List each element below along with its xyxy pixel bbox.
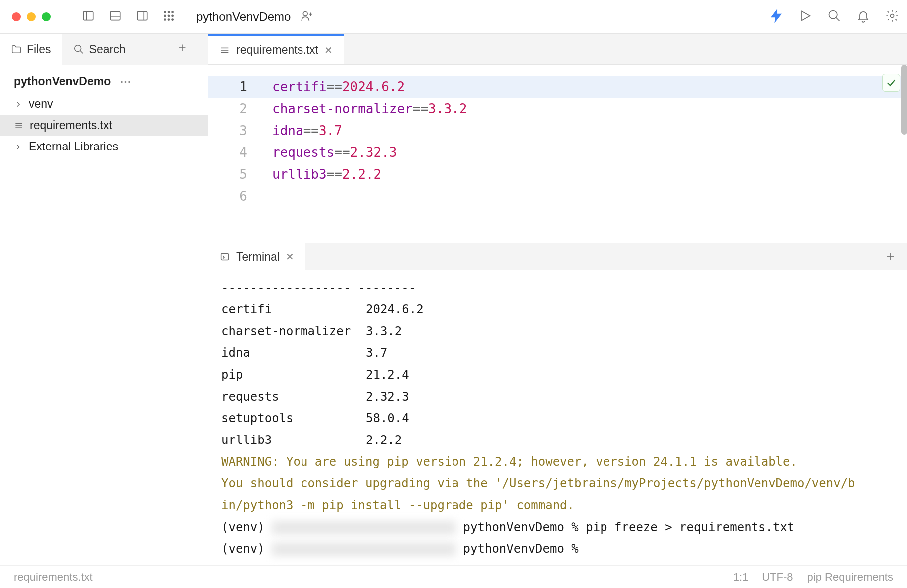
code-line[interactable]: requests==2.32.3 — [262, 142, 907, 163]
svg-point-19 — [829, 10, 837, 18]
terminal-tab[interactable]: Terminal ✕ — [208, 243, 305, 270]
editor-tab-requirements[interactable]: requirements.txt ✕ — [208, 34, 344, 64]
svg-point-10 — [168, 15, 169, 16]
code-line[interactable]: idna==3.7 — [262, 120, 907, 142]
close-icon[interactable]: ✕ — [286, 251, 294, 263]
svg-point-15 — [303, 11, 308, 16]
bolt-icon[interactable] — [769, 9, 783, 25]
project-tree: pythonVenvDemo ⋯ venv requirements.txt E… — [0, 65, 208, 565]
sidebar: Files Search pythonVenvDemo ⋯ venv requi… — [0, 34, 208, 565]
plus-icon[interactable] — [177, 42, 197, 56]
terminal-panel: Terminal ✕ ------------------ -------- c… — [208, 243, 907, 565]
statusbar: requirements.txt 1:1 UTF-8 pip Requireme… — [0, 565, 907, 588]
inspection-ok-icon[interactable] — [882, 74, 900, 92]
terminal-warning: You should consider upgrading via the '/… — [221, 473, 894, 495]
terminal-output[interactable]: ------------------ -------- certifi2024.… — [208, 270, 907, 565]
sidebar-tab-files[interactable]: Files — [0, 34, 62, 65]
svg-point-22 — [74, 45, 81, 52]
svg-point-7 — [168, 11, 169, 12]
svg-rect-4 — [137, 11, 147, 20]
svg-point-6 — [164, 11, 166, 12]
terminal-line: pip21.2.4 — [221, 364, 894, 386]
grid-icon[interactable] — [162, 9, 175, 24]
scrollbar[interactable] — [901, 65, 907, 135]
new-terminal-button[interactable] — [873, 243, 907, 270]
status-caret-pos[interactable]: 1:1 — [733, 571, 749, 584]
close-icon[interactable]: ✕ — [324, 44, 333, 56]
terminal-line: requests2.32.3 — [221, 386, 894, 408]
svg-line-23 — [80, 51, 83, 54]
project-name[interactable]: pythonVenvDemo — [196, 10, 291, 24]
svg-point-13 — [168, 18, 169, 20]
redacted-path — [272, 542, 456, 556]
gutter: 1 2 3 4 5 6 — [208, 65, 262, 243]
terminal-prompt-line: (venv) pythonVenvDemo % pip freeze > req… — [221, 517, 894, 539]
terminal-line: certifi2024.6.2 — [221, 299, 894, 321]
svg-marker-18 — [802, 11, 810, 20]
svg-point-12 — [164, 18, 166, 20]
code-editor[interactable]: 1 2 3 4 5 6 certifi==2024.6.2 charset-no… — [208, 65, 907, 243]
svg-line-20 — [836, 17, 840, 21]
code-line[interactable]: urllib3==2.2.2 — [262, 163, 907, 185]
tree-item-external-libs[interactable]: External Libraries — [0, 136, 208, 157]
maximize-window-button[interactable] — [42, 12, 51, 21]
status-filetype[interactable]: pip Requirements — [807, 571, 893, 584]
status-encoding[interactable]: UTF-8 — [762, 571, 793, 584]
add-user-icon[interactable] — [301, 9, 313, 24]
search-icon[interactable] — [827, 9, 841, 25]
sidebar-tab-search[interactable]: Search — [62, 34, 208, 65]
terminal-line: ------------------ -------- — [221, 277, 894, 299]
code-line[interactable]: charset-normalizer==3.3.2 — [262, 98, 907, 120]
terminal-prompt-line: (venv) pythonVenvDemo % — [221, 538, 894, 560]
svg-rect-32 — [221, 254, 229, 260]
close-window-button[interactable] — [12, 12, 21, 21]
svg-point-8 — [172, 11, 173, 12]
bell-icon[interactable] — [856, 9, 870, 25]
terminal-line: charset-normalizer3.3.2 — [221, 321, 894, 343]
window-controls — [12, 12, 51, 21]
sidebar-tab-label: Search — [89, 43, 126, 56]
tree-item-requirements[interactable]: requirements.txt — [0, 115, 208, 136]
code-body[interactable]: certifi==2024.6.2 charset-normalizer==3.… — [262, 65, 907, 243]
redacted-path — [272, 521, 456, 535]
editor-area: requirements.txt ✕ 1 2 3 4 5 6 certifi==… — [208, 34, 907, 565]
svg-point-11 — [172, 15, 173, 16]
terminal-line: urllib32.2.2 — [221, 430, 894, 451]
sidebar-tab-label: Files — [27, 43, 51, 56]
status-file[interactable]: requirements.txt — [14, 571, 93, 584]
titlebar: pythonVenvDemo — [0, 0, 907, 34]
terminal-line: idna3.7 — [221, 342, 894, 364]
svg-point-9 — [164, 15, 166, 16]
svg-rect-0 — [83, 11, 93, 20]
svg-point-14 — [172, 18, 173, 20]
svg-point-21 — [891, 14, 894, 17]
svg-rect-2 — [110, 11, 120, 20]
left-panel-icon[interactable] — [82, 9, 95, 24]
gear-icon[interactable] — [885, 9, 899, 25]
minimize-window-button[interactable] — [27, 12, 36, 21]
terminal-warning: in/python3 -m pip install --upgrade pip'… — [221, 495, 894, 517]
code-line[interactable] — [262, 185, 907, 207]
tree-item-venv[interactable]: venv — [0, 93, 208, 115]
editor-tabs: requirements.txt ✕ — [208, 34, 907, 65]
code-line[interactable]: certifi==2024.6.2 — [262, 76, 907, 98]
run-icon[interactable] — [798, 9, 812, 25]
tree-root[interactable]: pythonVenvDemo ⋯ — [0, 70, 208, 93]
terminal-warning: WARNING: You are using pip version 21.2.… — [221, 451, 894, 473]
more-icon[interactable]: ⋯ — [120, 75, 132, 88]
bottom-panel-icon[interactable] — [109, 9, 122, 24]
right-panel-icon[interactable] — [136, 9, 149, 24]
terminal-line: setuptools58.0.4 — [221, 408, 894, 430]
